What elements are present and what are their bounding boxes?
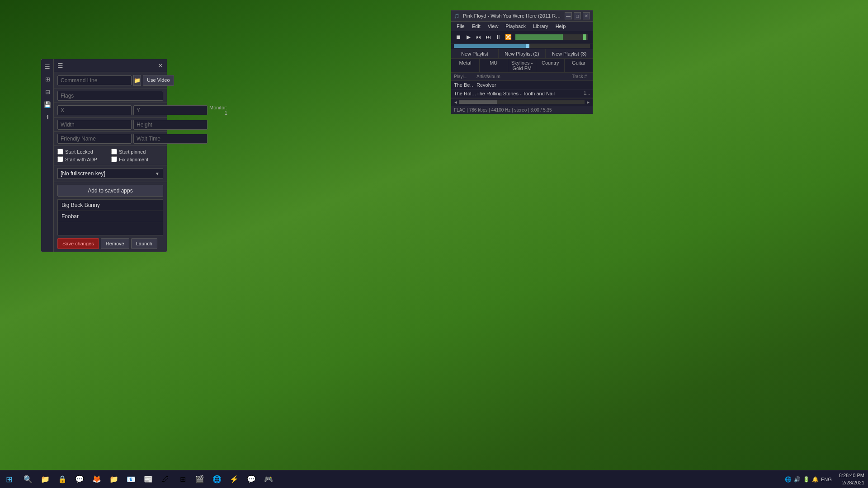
taskbar-telegram[interactable]: 💬 — [71, 471, 88, 488]
taskbar-notes[interactable]: 📰 — [140, 471, 156, 488]
start-locked-checkbox[interactable]: Start Locked — [57, 149, 109, 155]
panel-content: ☰ ✕ 📁 Use Video Monitor: 1 — [54, 59, 167, 252]
taskbar-media[interactable]: 🎬 — [192, 471, 208, 488]
use-video-button[interactable]: Use Video — [143, 75, 174, 85]
playlist-sub-country[interactable]: Country — [536, 59, 565, 72]
seek-bar[interactable] — [454, 44, 590, 48]
command-line-input[interactable] — [57, 75, 132, 85]
taskbar-file-explorer[interactable]: 📁 — [37, 471, 53, 488]
taskbar-game[interactable]: 🎮 — [260, 471, 277, 488]
scroll-left-arrow[interactable]: ◀ — [453, 99, 458, 105]
fix-alignment-input[interactable] — [111, 156, 117, 162]
height-input[interactable] — [133, 120, 208, 130]
size-row — [54, 118, 167, 132]
panel-menu-icon[interactable]: ☰ — [57, 62, 63, 69]
playlist-sub-guitar[interactable]: Guitar — [565, 59, 593, 72]
fullscreen-select-wrapper: [No fullscreen key] F11 F Alt+Enter — [57, 168, 163, 179]
panel-close-button[interactable]: ✕ — [158, 62, 163, 69]
menu-edit[interactable]: Edit — [468, 23, 484, 30]
taskbar-firefox[interactable]: 🦊 — [89, 471, 105, 488]
wait-time-input[interactable] — [133, 134, 208, 144]
media-player-title: Pink Floyd - Wish You Were Here (2011 Re… — [463, 13, 563, 19]
saved-app-big-buck-bunny[interactable]: Big Buck Bunny — [58, 200, 163, 211]
start-locked-input[interactable] — [57, 149, 63, 155]
shuffle-button[interactable]: 🔀 — [504, 33, 513, 42]
scroll-thumb[interactable] — [459, 100, 497, 104]
start-pinned-input[interactable] — [111, 149, 117, 155]
fix-alignment-checkbox[interactable]: Fix alignment — [111, 156, 163, 162]
sys-notification-icon[interactable]: 🔔 — [812, 476, 819, 483]
flags-input[interactable] — [57, 91, 163, 101]
track-row-1[interactable]: The Beatles Revolver — [451, 81, 593, 89]
taskbar-email[interactable]: 📧 — [123, 471, 139, 488]
playlist-tab-2[interactable]: New Playlist (2) — [499, 49, 546, 58]
next-button[interactable]: ⏭ — [484, 33, 493, 42]
hamburger-menu-icon[interactable]: ☰ — [42, 61, 53, 72]
track-1-num — [572, 82, 590, 88]
horizontal-scrollbar[interactable]: ◀ ▶ — [451, 98, 593, 106]
prev-button[interactable]: ⏮ — [474, 33, 483, 42]
saved-apps-list[interactable]: Big Buck Bunny Foobar — [57, 199, 163, 235]
remove-button[interactable]: Remove — [101, 238, 129, 249]
playlist-tab-1[interactable]: New Playlist — [451, 49, 499, 58]
playlist-sub-metal[interactable]: Metal — [451, 59, 480, 72]
play-button[interactable]: ▶ — [464, 33, 473, 42]
taskbar-word[interactable]: 🖊 — [157, 471, 174, 488]
pause-button[interactable]: ⏸ — [494, 33, 503, 42]
y-position-input[interactable] — [133, 105, 208, 115]
track-row-2[interactable]: The Rolling Stones The Rolling Stones - … — [451, 89, 593, 98]
stop-button[interactable]: ⏹ — [454, 33, 463, 42]
menu-file[interactable]: File — [453, 23, 468, 30]
saved-app-foobar[interactable]: Foobar — [58, 211, 163, 222]
restore-button[interactable]: □ — [574, 12, 581, 19]
save-icon[interactable]: 💾 — [42, 99, 53, 110]
taskbar-chat[interactable]: 💬 — [243, 471, 259, 488]
sys-volume-icon[interactable]: 🔊 — [794, 476, 801, 483]
grid-icon[interactable]: ⊞ — [42, 74, 53, 84]
volume-bar[interactable] — [515, 34, 588, 40]
start-button[interactable]: ⊞ — [0, 470, 18, 488]
media-player-menubar: File Edit View Playback Library Help — [451, 22, 593, 31]
playlist-sub-skylines[interactable]: Skylines - Gold FM — [508, 59, 537, 72]
close-button[interactable]: ✕ — [583, 12, 590, 19]
save-changes-button[interactable]: Save changes — [57, 238, 99, 249]
start-pinned-checkbox[interactable]: Start pinned — [111, 149, 163, 155]
taskbar-folder[interactable]: 📁 — [106, 471, 122, 488]
taskbar-store[interactable]: ⊞ — [175, 471, 191, 488]
track-2-title: The Rolling Stones - Tooth and Nail — [476, 91, 572, 96]
playlist-sub-mu[interactable]: MU — [480, 59, 508, 72]
menu-view[interactable]: View — [484, 23, 502, 30]
scroll-right-arrow[interactable]: ▶ — [585, 99, 591, 105]
scroll-track[interactable] — [459, 100, 585, 104]
start-with-adp-checkbox[interactable]: Start with ADP — [57, 156, 109, 162]
minimize-button[interactable]: — — [565, 12, 572, 19]
menu-library[interactable]: Library — [529, 23, 552, 30]
sys-battery-icon[interactable]: 🔋 — [803, 476, 810, 483]
media-player-app-icon: 🎵 — [454, 14, 459, 19]
media-player-panel: 🎵 Pink Floyd - Wish You Were Here (2011 … — [451, 10, 593, 114]
fullscreen-dropdown-row: [No fullscreen key] F11 F Alt+Enter — [54, 165, 167, 182]
launch-button[interactable]: Launch — [131, 238, 157, 249]
width-input[interactable] — [57, 120, 132, 130]
friendly-name-input[interactable] — [57, 134, 132, 144]
taskbar-security[interactable]: 🔒 — [54, 471, 71, 488]
start-with-adp-input[interactable] — [57, 156, 63, 162]
taskbar-clock[interactable]: 8:28:40 PM 2/28/2021 — [835, 472, 868, 486]
fullscreen-key-select[interactable]: [No fullscreen key] F11 F Alt+Enter — [57, 168, 163, 179]
app-launcher-panel: ☰ ⊞ ⊟ 💾 ℹ ☰ ✕ 📁 Use Video Monitor: 1 — [41, 59, 167, 252]
menu-playback[interactable]: Playback — [502, 23, 529, 30]
taskbar-system-tray: 🌐 🔊 🔋 🔔 ENG — [781, 476, 835, 483]
panel-header: ☰ ✕ — [54, 59, 167, 72]
playlist-tab-3[interactable]: New Playlist (3) — [546, 49, 593, 58]
list-icon[interactable]: ⊟ — [42, 86, 53, 97]
taskbar-steam[interactable]: ⚡ — [226, 471, 242, 488]
taskbar-search[interactable]: 🔍 — [20, 471, 36, 488]
sys-network-icon[interactable]: 🌐 — [785, 476, 792, 483]
browse-folder-button[interactable]: 📁 — [133, 75, 141, 86]
menu-help[interactable]: Help — [552, 23, 570, 30]
add-to-saved-button[interactable]: Add to saved apps — [57, 185, 163, 197]
x-position-input[interactable] — [57, 105, 132, 115]
taskbar-browser2[interactable]: 🌐 — [209, 471, 225, 488]
seek-bar-row — [451, 43, 593, 49]
info-icon[interactable]: ℹ — [42, 112, 53, 122]
